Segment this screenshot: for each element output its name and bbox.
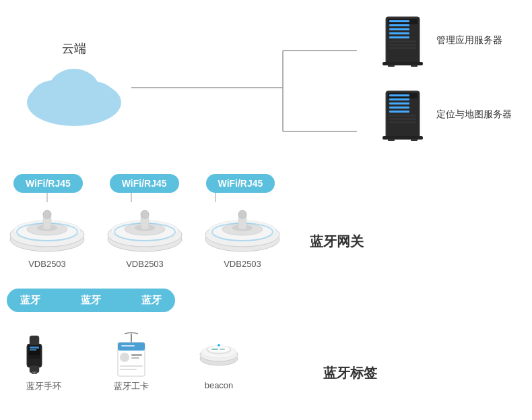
svg-point-90 [218,344,220,347]
gateways-row: VDB2503 VDB2503 [7,202,283,269]
svg-rect-81 [121,345,135,347]
svg-point-76 [120,353,129,362]
svg-rect-38 [388,139,395,141]
svg-rect-26 [411,65,418,67]
gateway-icon-3 [202,202,283,256]
server-location: 定位与地图服务器 [376,88,512,142]
svg-rect-30 [389,98,409,100]
svg-rect-22 [389,44,416,46]
svg-rect-17 [389,24,409,26]
svg-rect-19 [389,32,409,34]
beacon-label: beacon [205,380,234,390]
svg-rect-79 [120,365,143,367]
servers-section: 管理应用服务器 定位与地图服务器 [376,13,512,142]
svg-rect-36 [389,121,416,123]
svg-rect-39 [411,139,418,141]
svg-rect-89 [220,349,225,350]
svg-rect-16 [389,20,409,22]
server-location-label: 定位与地图服务器 [436,109,512,121]
bracelet-icon [20,330,67,378]
bt-pill-3: 蓝牙 [141,294,162,307]
wifi-pill-1: WiFi/RJ45 [13,174,83,193]
svg-rect-31 [389,102,409,104]
bt-tag-title: 蓝牙标签 [323,364,377,382]
svg-rect-23 [389,47,416,49]
svg-rect-34 [389,115,416,117]
gateway-title: 蓝牙网关 [310,233,364,251]
tag-card: 蓝牙工卡 [94,330,168,392]
svg-rect-88 [211,349,218,350]
main-diagram: 云端 [0,0,532,420]
svg-point-72 [34,372,36,374]
gateway-1: VDB2503 [7,202,88,269]
server-location-icon [376,88,430,142]
svg-point-13 [48,69,100,112]
gateway-label-2: VDB2503 [126,259,164,269]
gateway-label-3: VDB2503 [224,259,261,269]
server-management-label: 管理应用服务器 [436,34,502,47]
gateway-icon-2 [104,202,185,256]
svg-rect-20 [389,36,409,38]
bt-pill-2: 蓝牙 [81,294,101,307]
cloud-icon [20,62,128,129]
svg-rect-69 [30,336,39,344]
bt-pills-container: 蓝牙 蓝牙 蓝牙 [7,289,175,312]
server-management: 管理应用服务器 [376,13,512,67]
svg-rect-29 [389,94,409,96]
cloud-section: 云端 [20,40,128,132]
tag-bracelet: 蓝牙手环 [7,330,81,392]
tags-row: 蓝牙手环 蓝牙工卡 [7,330,256,392]
svg-rect-68 [30,349,36,351]
wifi-pill-2: WiFi/RJ45 [110,174,179,193]
gateway-3: VDB2503 [202,202,283,269]
beacon-icon [195,330,242,378]
svg-rect-33 [389,111,409,113]
svg-point-47 [43,210,51,218]
gateway-label-1: VDB2503 [28,259,66,269]
svg-rect-18 [389,28,409,30]
svg-point-55 [141,210,149,218]
svg-rect-67 [30,347,39,349]
bt-pill-1: 蓝牙 [20,294,40,307]
bracelet-label: 蓝牙手环 [26,380,61,392]
svg-rect-80 [120,369,137,370]
card-label: 蓝牙工卡 [114,380,149,392]
gateway-2: VDB2503 [104,202,185,269]
svg-rect-35 [389,118,416,120]
wifi-pill-3: WiFi/RJ45 [206,174,275,193]
svg-point-63 [238,210,246,218]
cloud-label: 云端 [20,40,128,57]
card-icon [108,330,155,378]
wifi-row: WiFi/RJ45 WiFi/RJ45 WiFi/RJ45 [13,174,275,193]
gateway-icon-1 [7,202,88,256]
svg-rect-32 [389,107,409,109]
server-management-icon [376,13,430,67]
svg-rect-77 [131,354,142,356]
svg-rect-78 [131,357,139,359]
tag-beacon: beacon [182,330,256,392]
svg-rect-25 [388,65,395,67]
svg-rect-21 [389,40,416,42]
